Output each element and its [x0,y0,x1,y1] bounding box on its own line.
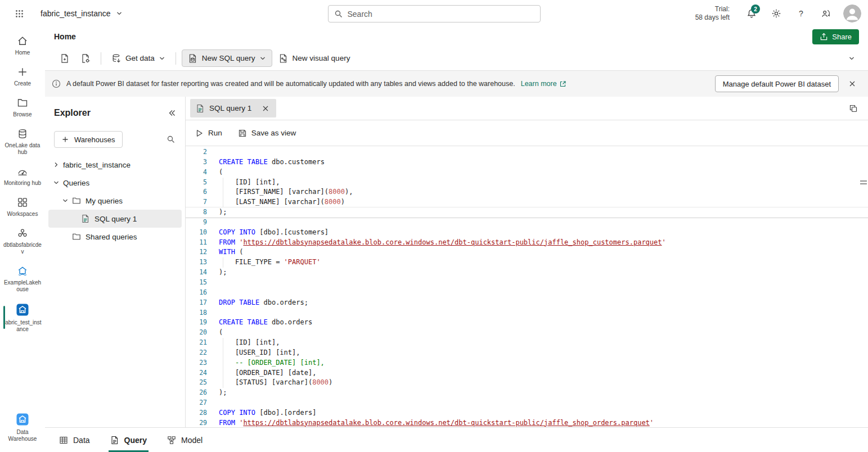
toolbar-collapse-button[interactable] [843,50,860,67]
code-line-15[interactable]: 15 [186,278,868,288]
code-line-20[interactable]: 20( [186,328,868,338]
get-data-button[interactable]: Get data [107,49,170,67]
explorer-collapse-button[interactable] [164,105,181,121]
line-number: 7 [186,197,207,207]
code-line-23[interactable]: 23 -- [ORDER_DATE] [int], [186,358,868,368]
line-content [207,308,219,318]
code-line-17[interactable]: 17DROP TABLE dbo.orders; [186,298,868,308]
search-input[interactable] [348,10,534,19]
code-line-14[interactable]: 14); [186,268,868,278]
tree-item-my-queries[interactable]: My queries [48,192,182,210]
run-button[interactable]: Run [195,129,222,138]
code-line-29[interactable]: 29FROM 'https://dbtlabsynapsedatalake.bl… [186,418,868,427]
tree-item-shared-queries[interactable]: Shared queries [48,228,182,246]
code-line-8[interactable]: 8); [186,207,868,218]
code-line-24[interactable]: 24 [ORDER_DATE] [date], [186,368,868,378]
line-number: 9 [186,218,207,228]
nav-rail-item-fabric-test-instance[interactable]: fabric_test_instance [0,298,45,338]
line-number: 19 [186,318,207,328]
code-line-6[interactable]: 6 [FIRST_NAME] [varchar](8000), [186,187,868,197]
code-line-9[interactable]: 9 [186,218,868,228]
help-icon: ? [796,8,806,19]
copy-button[interactable] [844,100,862,117]
global-search[interactable] [328,5,541,22]
code-editor[interactable]: 23CREATE TABLE dbo.customers4(5 [ID] [in… [186,146,868,427]
banner-close-button[interactable] [843,75,861,93]
code-line-11[interactable]: 11FROM 'https://dbtlabsynapsedatalake.bl… [186,238,868,248]
info-icon [52,79,61,88]
nav-rail-item-data-warehouse[interactable]: Data Warehouse [0,408,45,448]
code-line-28[interactable]: 28COPY INTO [dbo].[orders] [186,408,868,418]
onelake-icon [17,128,28,139]
nav-rail-item-create[interactable]: Create [0,61,45,92]
line-content: CREATE TABLE dbo.orders [207,318,312,328]
code-line-7[interactable]: 7 [LAST_NAME] [varchar](8000) [186,197,868,207]
line-number: 13 [186,257,207,268]
feedback-icon [821,8,831,19]
nav-rail-item-dbtlabsfabricdev[interactable]: dbtlabsfabricdev [0,223,45,260]
new-report-button[interactable] [55,49,74,67]
save-as-view-button[interactable]: Save as view [238,129,296,138]
tab-close-button[interactable] [260,103,271,114]
code-line-25[interactable]: 25 [STATUS] [varchar](8000) [186,378,868,388]
line-number: 5 [186,178,207,188]
nav-rail-label: Create [14,80,31,87]
warehouse-settings-button[interactable] [76,49,95,67]
manage-default-dataset-button[interactable]: Manage default Power BI dataset [715,75,839,92]
learn-more-link[interactable]: Learn more [521,80,566,88]
tree-item-sql-query-1[interactable]: SQL query 1 [48,210,182,228]
feedback-button[interactable] [815,3,836,24]
chevron-down-icon [116,10,123,17]
app-launcher-button[interactable] [6,0,33,27]
bottom-tab-query[interactable]: Query [109,428,149,452]
code-line-13[interactable]: 13 FILE_TYPE = 'PARQUET' [186,257,868,268]
nav-rail-item-home[interactable]: Home [0,30,45,61]
code-line-5[interactable]: 5 [ID] [int], [186,178,868,188]
settings-button[interactable] [766,3,787,24]
line-content: COPY INTO [dbo].[orders] [207,408,316,418]
tree-item-fabric-test-instance[interactable]: fabric_test_instance [48,156,182,174]
line-content [207,398,219,408]
new-visual-query-button[interactable]: New visual query [274,49,355,67]
chevron-down-icon [848,55,855,62]
nav-rail-label: ExampleLakehouse [3,279,42,293]
share-button[interactable]: Share [812,29,859,44]
code-line-4[interactable]: 4( [186,168,868,178]
new-sql-query-button[interactable]: New SQL query [182,49,272,67]
explorer-search-button[interactable] [163,131,179,148]
code-line-22[interactable]: 22 [USER_ID] [int], [186,348,868,358]
nav-rail-item-browse[interactable]: Browse [0,92,45,123]
bottom-tab-data[interactable]: Data [57,428,92,452]
tree-item-queries[interactable]: Queries [48,174,182,192]
chevron-down-icon [259,55,266,62]
code-line-10[interactable]: 10COPY INTO [dbo].[customers] [186,228,868,238]
code-line-18[interactable]: 18 [186,308,868,318]
account-avatar[interactable] [843,4,861,22]
query-editor-area: SQL query 1 Run [186,97,868,427]
bottom-tab-model[interactable]: Model [165,428,204,452]
code-line-21[interactable]: 21 [ID] [int], [186,338,868,348]
nav-rail-item-examplelakehouse[interactable]: ExampleLakehouse [0,260,45,298]
chevron-down-icon [159,55,165,62]
line-content: CREATE TABLE dbo.customers [207,157,325,168]
add-warehouses-button[interactable]: Warehouses [54,131,123,148]
line-number: 6 [186,187,207,197]
notifications-button[interactable]: 2 [741,3,762,24]
workspace-switcher[interactable]: fabric_test_instance [36,6,127,21]
editor-tab-sql-query-1[interactable]: SQL query 1 [190,99,276,117]
nav-rail-item-onelake-data-hub[interactable]: OneLake data hub [0,123,45,161]
help-button[interactable]: ? [790,3,812,24]
tab-home[interactable]: Home [47,30,83,43]
nav-rail-label: Monitoring hub [4,180,41,187]
nav-rail-item-monitoring-hub[interactable]: Monitoring hub [0,161,45,192]
collapse-left-icon [168,109,177,117]
code-line-26[interactable]: 26); [186,388,868,398]
code-line-12[interactable]: 12WITH ( [186,247,868,257]
code-line-2[interactable]: 2 [186,147,868,157]
code-line-19[interactable]: 19CREATE TABLE dbo.orders [186,318,868,328]
code-line-27[interactable]: 27 [186,398,868,408]
code-line-16[interactable]: 16 [186,288,868,298]
code-line-3[interactable]: 3CREATE TABLE dbo.customers [186,157,868,168]
panel-resize-handle[interactable] [860,179,867,188]
nav-rail-item-workspaces[interactable]: Workspaces [0,192,45,223]
